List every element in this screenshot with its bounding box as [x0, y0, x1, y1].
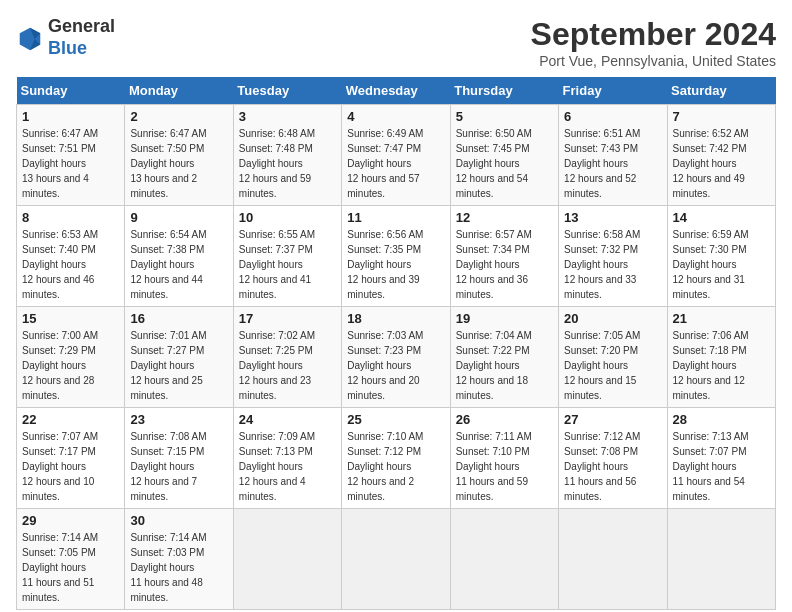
day-info: Sunrise: 7:13 AM Sunset: 7:07 PM Dayligh…: [673, 429, 770, 504]
calendar-table: Sunday Monday Tuesday Wednesday Thursday…: [16, 77, 776, 610]
header-thursday: Thursday: [450, 77, 558, 105]
day-number: 21: [673, 311, 770, 326]
table-row: [233, 509, 341, 610]
table-row: 26 Sunrise: 7:11 AM Sunset: 7:10 PM Dayl…: [450, 408, 558, 509]
day-number: 3: [239, 109, 336, 124]
title-area: September 2024 Port Vue, Pennsylvania, U…: [531, 16, 776, 69]
table-row: 13 Sunrise: 6:58 AM Sunset: 7:32 PM Dayl…: [559, 206, 667, 307]
calendar-week-row: 8 Sunrise: 6:53 AM Sunset: 7:40 PM Dayli…: [17, 206, 776, 307]
table-row: 11 Sunrise: 6:56 AM Sunset: 7:35 PM Dayl…: [342, 206, 450, 307]
day-info: Sunrise: 6:53 AM Sunset: 7:40 PM Dayligh…: [22, 227, 119, 302]
table-row: 3 Sunrise: 6:48 AM Sunset: 7:48 PM Dayli…: [233, 105, 341, 206]
day-number: 1: [22, 109, 119, 124]
header-monday: Monday: [125, 77, 233, 105]
table-row: 24 Sunrise: 7:09 AM Sunset: 7:13 PM Dayl…: [233, 408, 341, 509]
table-row: [559, 509, 667, 610]
calendar-week-row: 15 Sunrise: 7:00 AM Sunset: 7:29 PM Dayl…: [17, 307, 776, 408]
day-info: Sunrise: 7:07 AM Sunset: 7:17 PM Dayligh…: [22, 429, 119, 504]
day-info: Sunrise: 6:55 AM Sunset: 7:37 PM Dayligh…: [239, 227, 336, 302]
day-info: Sunrise: 7:06 AM Sunset: 7:18 PM Dayligh…: [673, 328, 770, 403]
table-row: 20 Sunrise: 7:05 AM Sunset: 7:20 PM Dayl…: [559, 307, 667, 408]
table-row: 30 Sunrise: 7:14 AM Sunset: 7:03 PM Dayl…: [125, 509, 233, 610]
day-info: Sunrise: 7:14 AM Sunset: 7:03 PM Dayligh…: [130, 530, 227, 605]
table-row: [667, 509, 775, 610]
table-row: [342, 509, 450, 610]
day-info: Sunrise: 6:51 AM Sunset: 7:43 PM Dayligh…: [564, 126, 661, 201]
day-number: 30: [130, 513, 227, 528]
table-row: 16 Sunrise: 7:01 AM Sunset: 7:27 PM Dayl…: [125, 307, 233, 408]
day-number: 28: [673, 412, 770, 427]
day-number: 11: [347, 210, 444, 225]
day-number: 18: [347, 311, 444, 326]
day-info: Sunrise: 7:02 AM Sunset: 7:25 PM Dayligh…: [239, 328, 336, 403]
day-number: 13: [564, 210, 661, 225]
day-number: 17: [239, 311, 336, 326]
day-info: Sunrise: 6:48 AM Sunset: 7:48 PM Dayligh…: [239, 126, 336, 201]
logo: General Blue: [16, 16, 115, 59]
day-info: Sunrise: 6:50 AM Sunset: 7:45 PM Dayligh…: [456, 126, 553, 201]
day-info: Sunrise: 6:47 AM Sunset: 7:50 PM Dayligh…: [130, 126, 227, 201]
table-row: 1 Sunrise: 6:47 AM Sunset: 7:51 PM Dayli…: [17, 105, 125, 206]
calendar-week-row: 22 Sunrise: 7:07 AM Sunset: 7:17 PM Dayl…: [17, 408, 776, 509]
day-number: 24: [239, 412, 336, 427]
table-row: 17 Sunrise: 7:02 AM Sunset: 7:25 PM Dayl…: [233, 307, 341, 408]
day-number: 8: [22, 210, 119, 225]
day-number: 22: [22, 412, 119, 427]
day-info: Sunrise: 7:05 AM Sunset: 7:20 PM Dayligh…: [564, 328, 661, 403]
month-title: September 2024: [531, 16, 776, 53]
weekday-header-row: Sunday Monday Tuesday Wednesday Thursday…: [17, 77, 776, 105]
table-row: 6 Sunrise: 6:51 AM Sunset: 7:43 PM Dayli…: [559, 105, 667, 206]
day-info: Sunrise: 7:11 AM Sunset: 7:10 PM Dayligh…: [456, 429, 553, 504]
logo-icon: [16, 24, 44, 52]
day-number: 10: [239, 210, 336, 225]
table-row: 15 Sunrise: 7:00 AM Sunset: 7:29 PM Dayl…: [17, 307, 125, 408]
table-row: 28 Sunrise: 7:13 AM Sunset: 7:07 PM Dayl…: [667, 408, 775, 509]
table-row: 10 Sunrise: 6:55 AM Sunset: 7:37 PM Dayl…: [233, 206, 341, 307]
page-header: General Blue September 2024 Port Vue, Pe…: [16, 16, 776, 69]
day-number: 19: [456, 311, 553, 326]
table-row: 29 Sunrise: 7:14 AM Sunset: 7:05 PM Dayl…: [17, 509, 125, 610]
header-saturday: Saturday: [667, 77, 775, 105]
calendar-week-row: 29 Sunrise: 7:14 AM Sunset: 7:05 PM Dayl…: [17, 509, 776, 610]
day-number: 5: [456, 109, 553, 124]
day-info: Sunrise: 7:10 AM Sunset: 7:12 PM Dayligh…: [347, 429, 444, 504]
day-info: Sunrise: 6:47 AM Sunset: 7:51 PM Dayligh…: [22, 126, 119, 201]
table-row: 25 Sunrise: 7:10 AM Sunset: 7:12 PM Dayl…: [342, 408, 450, 509]
day-info: Sunrise: 7:08 AM Sunset: 7:15 PM Dayligh…: [130, 429, 227, 504]
day-number: 2: [130, 109, 227, 124]
svg-marker-0: [20, 27, 41, 49]
day-info: Sunrise: 7:12 AM Sunset: 7:08 PM Dayligh…: [564, 429, 661, 504]
table-row: 19 Sunrise: 7:04 AM Sunset: 7:22 PM Dayl…: [450, 307, 558, 408]
day-number: 15: [22, 311, 119, 326]
day-number: 26: [456, 412, 553, 427]
day-number: 16: [130, 311, 227, 326]
table-row: 21 Sunrise: 7:06 AM Sunset: 7:18 PM Dayl…: [667, 307, 775, 408]
table-row: 9 Sunrise: 6:54 AM Sunset: 7:38 PM Dayli…: [125, 206, 233, 307]
table-row: 27 Sunrise: 7:12 AM Sunset: 7:08 PM Dayl…: [559, 408, 667, 509]
calendar-week-row: 1 Sunrise: 6:47 AM Sunset: 7:51 PM Dayli…: [17, 105, 776, 206]
day-info: Sunrise: 7:04 AM Sunset: 7:22 PM Dayligh…: [456, 328, 553, 403]
day-info: Sunrise: 6:56 AM Sunset: 7:35 PM Dayligh…: [347, 227, 444, 302]
day-info: Sunrise: 6:52 AM Sunset: 7:42 PM Dayligh…: [673, 126, 770, 201]
day-number: 9: [130, 210, 227, 225]
day-info: Sunrise: 7:09 AM Sunset: 7:13 PM Dayligh…: [239, 429, 336, 504]
header-sunday: Sunday: [17, 77, 125, 105]
day-number: 7: [673, 109, 770, 124]
day-number: 20: [564, 311, 661, 326]
day-number: 12: [456, 210, 553, 225]
day-number: 27: [564, 412, 661, 427]
day-info: Sunrise: 6:49 AM Sunset: 7:47 PM Dayligh…: [347, 126, 444, 201]
day-number: 23: [130, 412, 227, 427]
day-info: Sunrise: 6:54 AM Sunset: 7:38 PM Dayligh…: [130, 227, 227, 302]
day-info: Sunrise: 7:00 AM Sunset: 7:29 PM Dayligh…: [22, 328, 119, 403]
table-row: 22 Sunrise: 7:07 AM Sunset: 7:17 PM Dayl…: [17, 408, 125, 509]
header-friday: Friday: [559, 77, 667, 105]
table-row: 5 Sunrise: 6:50 AM Sunset: 7:45 PM Dayli…: [450, 105, 558, 206]
day-info: Sunrise: 7:14 AM Sunset: 7:05 PM Dayligh…: [22, 530, 119, 605]
day-info: Sunrise: 7:03 AM Sunset: 7:23 PM Dayligh…: [347, 328, 444, 403]
header-tuesday: Tuesday: [233, 77, 341, 105]
table-row: [450, 509, 558, 610]
day-number: 4: [347, 109, 444, 124]
table-row: 2 Sunrise: 6:47 AM Sunset: 7:50 PM Dayli…: [125, 105, 233, 206]
table-row: 7 Sunrise: 6:52 AM Sunset: 7:42 PM Dayli…: [667, 105, 775, 206]
